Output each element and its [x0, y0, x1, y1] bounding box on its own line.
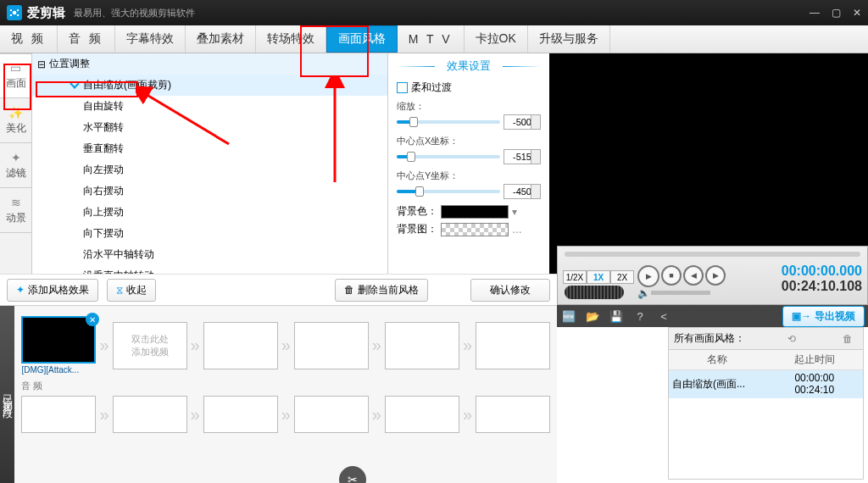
- maximize-button[interactable]: ▢: [832, 7, 841, 19]
- tree-item-hflip[interactable]: 水平翻转: [32, 117, 387, 138]
- trash-icon[interactable]: 🗑: [843, 333, 853, 345]
- timeline-side-label: 已添加片段: [0, 306, 14, 483]
- zoom-slider[interactable]: [397, 120, 500, 124]
- bgcolor-swatch[interactable]: [441, 205, 509, 219]
- chevron-icon: »: [191, 336, 200, 355]
- tree-item-swingd[interactable]: 向下摆动: [32, 223, 387, 244]
- stop-button[interactable]: ■: [661, 265, 682, 286]
- tree-header[interactable]: ⊟位置调整: [32, 53, 387, 75]
- minimize-button[interactable]: —: [810, 7, 820, 19]
- app-logo-icon: [7, 5, 22, 20]
- audio-clip-empty[interactable]: [113, 396, 187, 433]
- left-sidebar: ▭画面 ✨美化 ✦滤镜 ≋动景: [0, 53, 32, 274]
- audio-clip-empty[interactable]: [476, 396, 550, 433]
- zoom-value[interactable]: -500: [504, 114, 541, 130]
- seek-track[interactable]: [565, 252, 860, 257]
- speed-half[interactable]: 1/2X: [563, 270, 587, 284]
- cx-value[interactable]: -515: [504, 149, 541, 164]
- filter-icon: ✦: [11, 151, 21, 164]
- tree-item-rotaxv[interactable]: 沿垂直中轴转动: [32, 265, 387, 274]
- chevron-icon: »: [372, 405, 381, 425]
- audio-clip-empty[interactable]: [385, 396, 459, 433]
- tc-total: 00:24:10.108: [782, 279, 862, 294]
- add-style-button[interactable]: ✦添加风格效果: [7, 279, 98, 302]
- delete-style-button[interactable]: 🗑删除当前风格: [335, 279, 428, 302]
- clip-empty[interactable]: [294, 322, 369, 369]
- cy-value[interactable]: -450: [504, 184, 541, 199]
- tree-item-swingr[interactable]: 向右摆动: [32, 180, 387, 202]
- next-button[interactable]: ▶: [705, 265, 726, 286]
- export-button[interactable]: ▣→导出视频: [782, 306, 865, 327]
- confirm-button[interactable]: 确认修改: [470, 279, 550, 302]
- cy-slider[interactable]: [397, 190, 500, 193]
- tree-item-rotaxh[interactable]: 沿水平中轴转动: [32, 244, 387, 265]
- new-button[interactable]: 🆕: [557, 310, 581, 323]
- tree-item-swingl[interactable]: 向左摆动: [32, 159, 387, 180]
- tree-item-vflip[interactable]: 垂直翻转: [32, 138, 387, 159]
- tc-current: 00:00:00.000: [782, 264, 862, 279]
- preview-pane: [549, 53, 868, 274]
- tab-upgrade[interactable]: 升级与服务: [528, 25, 610, 53]
- cut-button[interactable]: ✂: [339, 466, 366, 483]
- audio-clip-empty[interactable]: [203, 396, 278, 433]
- style-row[interactable]: 自由缩放(画面... 00:00:0000:24:10: [669, 370, 863, 398]
- tab-karaoke[interactable]: 卡拉OK: [465, 25, 528, 53]
- tab-mtv[interactable]: M T V: [398, 25, 465, 53]
- applied-styles-pane: 所有画面风格：⟲🗑 名称起止时间 自由缩放(画面... 00:00:0000:2…: [668, 327, 864, 480]
- prev-button[interactable]: ◀: [683, 265, 704, 286]
- tree-item-freezoom[interactable]: 自由缩放(画面裁剪): [32, 75, 387, 96]
- zoom-label: 缩放：: [397, 100, 541, 113]
- save-button[interactable]: 💾: [604, 310, 628, 323]
- speed-1x[interactable]: 1X: [587, 270, 610, 284]
- sidetab-scene[interactable]: ≋动景: [0, 188, 31, 233]
- bgimg-browse-button[interactable]: …: [512, 224, 522, 236]
- play-button[interactable]: ▶: [637, 265, 659, 287]
- row-name: 自由缩放(画面...: [669, 370, 766, 398]
- sidetab-filter[interactable]: ✦滤镜: [0, 143, 31, 188]
- bgimg-swatch[interactable]: [441, 223, 509, 236]
- audio-clip-empty[interactable]: [21, 396, 96, 433]
- hourglass-icon: ⧖: [116, 284, 123, 296]
- sidetab-beauty[interactable]: ✨美化: [0, 98, 31, 143]
- clip-remove-icon[interactable]: ✕: [86, 313, 99, 326]
- chevron-icon: »: [99, 336, 108, 355]
- clip-empty[interactable]: [476, 322, 550, 369]
- open-button[interactable]: 📂: [581, 310, 604, 323]
- audio-row-label: 音 频: [21, 380, 550, 392]
- bgcolor-label: 背景色：: [397, 204, 437, 219]
- timeline: 已添加片段 ✕[DMG][Attack... » 双击此处 添加视频 » » »…: [0, 305, 557, 483]
- cx-label: 中心点X坐标：: [397, 135, 541, 147]
- collapse-button[interactable]: ⧖收起: [107, 279, 156, 302]
- volume-slider[interactable]: [651, 291, 710, 295]
- sidetab-frame[interactable]: ▭画面: [0, 53, 31, 98]
- bgcolor-more-button[interactable]: ▾: [512, 206, 517, 218]
- jog-wheel[interactable]: [565, 286, 624, 299]
- share-button[interactable]: <: [652, 310, 676, 323]
- tab-transition[interactable]: 转场特效: [256, 25, 326, 53]
- bgimg-label: 背景图：: [397, 222, 437, 236]
- clip-1[interactable]: ✕: [21, 316, 96, 364]
- tree-item-freerotate[interactable]: 自由旋转: [32, 96, 387, 117]
- help-button[interactable]: ?: [628, 310, 652, 323]
- chevron-icon: »: [191, 405, 200, 425]
- tab-style[interactable]: 画面风格: [326, 25, 398, 53]
- volume-icon[interactable]: 🔈: [637, 287, 650, 299]
- tab-subtitle[interactable]: 字幕特效: [115, 25, 186, 53]
- close-button[interactable]: ✕: [853, 7, 861, 19]
- tab-audio[interactable]: 音 频: [58, 25, 115, 53]
- cx-slider[interactable]: [397, 155, 500, 158]
- soft-transition-checkbox[interactable]: 柔和过渡: [397, 80, 541, 95]
- clip-placeholder[interactable]: 双击此处 添加视频: [113, 322, 187, 369]
- wand-icon: ✨: [8, 106, 23, 119]
- clip-empty[interactable]: [385, 322, 459, 369]
- svg-point-2: [17, 9, 19, 11]
- tab-video[interactable]: 视 频: [0, 25, 58, 53]
- audio-clip-empty[interactable]: [294, 396, 369, 433]
- clip-empty[interactable]: [203, 322, 278, 369]
- refresh-icon[interactable]: ⟲: [787, 333, 796, 345]
- tree-item-swingu[interactable]: 向上摆动: [32, 202, 387, 223]
- sparkle-icon: ✦: [16, 284, 25, 296]
- speed-2x[interactable]: 2X: [610, 270, 634, 284]
- tab-overlay[interactable]: 叠加素材: [186, 25, 256, 53]
- chevron-icon: »: [463, 405, 472, 425]
